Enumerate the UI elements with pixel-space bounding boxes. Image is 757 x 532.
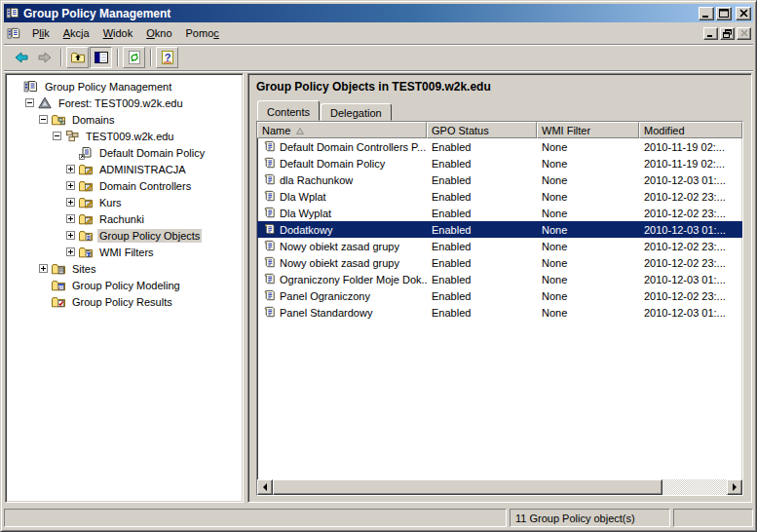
tree-item-rachunki[interactable]: Rachunki [8, 210, 241, 227]
scroll-left-icon [263, 483, 267, 491]
up-one-level-button[interactable] [66, 47, 89, 68]
close-icon [739, 9, 748, 18]
tree-item-group-policy-objects[interactable]: Group Policy Objects [8, 227, 241, 244]
menu-bar: PlikAkcjaWidokOknoPomoc [4, 22, 753, 45]
gpo-icon [262, 239, 277, 253]
scroll-right-button[interactable] [727, 479, 742, 495]
console-tree: Group Policy ManagementForest: TEST009.w… [5, 73, 244, 503]
gpo-row-dla-wplat[interactable]: Dla WplatEnabledNone2010-12-02 23:... [257, 188, 742, 205]
tree-item-label[interactable]: Default Domain Policy [97, 146, 207, 160]
gpo-row-dla-rachunkow[interactable]: dla RachunkowEnabledNone2010-12-03 01:..… [257, 171, 742, 188]
gpo-row-nowy-obiekt-zasad-grupy[interactable]: Nowy obiekt zasad grupyEnabledNone2010-1… [257, 254, 742, 271]
tree-item-label[interactable]: Rachunki [97, 212, 146, 226]
tree-item-label[interactable]: Group Policy Management [43, 80, 173, 94]
tree-item-label[interactable]: ADMINISTRACJA [97, 163, 188, 176]
list-header: NameGPO StatusWMI FilterModified [257, 122, 742, 138]
gpo-row-nowy-obiekt-zasad-grupy[interactable]: Nowy obiekt zasad grupyEnabledNone2010-1… [257, 238, 742, 254]
console-doc-icon [7, 26, 21, 41]
gpo-icon [262, 272, 277, 286]
tree-item-group-policy-management[interactable]: Group Policy Management [8, 78, 241, 95]
ou-gpo-icon [78, 195, 94, 210]
gpo-row-panel-standardowy[interactable]: Panel StandardowyEnabledNone2010-12-03 0… [257, 304, 742, 321]
tree-item-label[interactable]: TEST009.w2k.edu [84, 130, 176, 143]
collapse-icon[interactable] [25, 98, 34, 107]
wmi-filter: None [537, 304, 639, 321]
tree-item-domains[interactable]: Domains [8, 111, 241, 128]
gpo-icon [262, 305, 277, 320]
column-header-modified[interactable]: Modified [639, 122, 742, 138]
forward-arrow-button[interactable] [33, 47, 56, 68]
tree-item-administracja[interactable]: ADMINISTRACJA [8, 161, 241, 177]
tab-delegation[interactable]: Delegation [321, 103, 392, 121]
gpo-icon [262, 222, 277, 237]
menu-item-plik[interactable]: Plik [25, 24, 57, 42]
collapse-icon[interactable] [53, 132, 61, 140]
expand-icon[interactable] [39, 264, 48, 273]
gpo-row-ograniczony-folder-moje-dok[interactable]: Ograniczony Folder Moje Dok...EnabledNon… [257, 271, 742, 287]
gpo-row-panel-ograniczony[interactable]: Panel OgraniczonyEnabledNone2010-12-02 2… [257, 287, 742, 304]
gpo-row-default-domain-controllers-p[interactable]: Default Domain Controllers P...EnabledNo… [257, 138, 742, 155]
tree-item-forest-test009-w2k-edu[interactable]: Forest: TEST009.w2k.edu [8, 95, 241, 111]
gpo-row-default-domain-policy[interactable]: Default Domain PolicyEnabledNone2010-11-… [257, 155, 742, 171]
tree-item-group-policy-results[interactable]: Group Policy Results [8, 293, 241, 310]
gpo-status: Enabled [427, 188, 537, 205]
expand-icon[interactable] [66, 198, 75, 207]
scrollbar-thumb[interactable] [273, 479, 662, 495]
refresh-button[interactable] [123, 47, 145, 68]
gpo-status: Enabled [427, 205, 537, 221]
tree-item-group-policy-modeling[interactable]: Group Policy Modeling [8, 277, 241, 293]
expand-icon[interactable] [66, 214, 75, 223]
scrollbar-track[interactable] [662, 479, 727, 495]
toolbar: ? [4, 45, 753, 71]
menu-item-okno[interactable]: Okno [139, 24, 178, 42]
column-header-gpo-status[interactable]: GPO Status [427, 122, 537, 138]
tree-item-sites[interactable]: Sites [8, 260, 241, 277]
expand-icon[interactable] [66, 247, 75, 256]
child-restore-button[interactable] [720, 27, 735, 40]
sites-icon [51, 261, 66, 277]
tree-item-test009-w2k-edu[interactable]: TEST009.w2k.edu [8, 128, 241, 144]
tree-item-label[interactable]: Group Policy Modeling [70, 279, 182, 292]
tree-item-label[interactable]: WMI Filters [97, 246, 156, 259]
close-button[interactable] [736, 7, 751, 20]
child-minimize-button[interactable] [703, 27, 718, 40]
tree-item-label[interactable]: Sites [70, 262, 97, 276]
child-close-button-disabled[interactable] [737, 27, 751, 40]
minimize-button[interactable] [699, 7, 714, 20]
menu-item-pomoc[interactable]: Pomoc [179, 24, 226, 42]
gpo-status: Enabled [427, 221, 537, 238]
gpo-row-dla-wyplat[interactable]: Dla WyplatEnabledNone2010-12-02 23:... [257, 205, 742, 221]
tree-item-domain-controllers[interactable]: Domain Controllers [8, 177, 241, 194]
toolbar-separator [150, 49, 152, 66]
expand-icon[interactable] [66, 181, 75, 190]
help-button[interactable]: ? [156, 47, 178, 68]
expand-icon[interactable] [66, 165, 75, 173]
tree-item-label[interactable]: Domains [70, 113, 116, 127]
tab-contents[interactable]: Contents [257, 100, 320, 121]
menu-item-akcja[interactable]: Akcja [57, 24, 96, 42]
wmi-filter: None [537, 138, 639, 155]
column-header-name[interactable]: Name [257, 122, 427, 138]
expand-icon[interactable] [66, 231, 75, 240]
scroll-left-button[interactable] [257, 479, 273, 495]
tree-item-kurs[interactable]: Kurs [8, 194, 241, 210]
modified-date: 2010-12-03 01:... [639, 171, 742, 188]
tree-item-label[interactable]: Forest: TEST009.w2k.edu [57, 96, 185, 110]
gpo-status: Enabled [427, 304, 537, 321]
maximize-button[interactable] [716, 7, 732, 20]
menu-item-widok[interactable]: Widok [96, 24, 140, 42]
tree-item-label[interactable]: Group Policy Objects [97, 229, 202, 243]
gpo-row-dodatkowy[interactable]: DodatkowyEnabledNone2010-12-03 01:... [257, 221, 742, 238]
tree-item-label[interactable]: Domain Controllers [97, 179, 193, 193]
console-tree-button[interactable] [90, 47, 112, 68]
collapse-icon[interactable] [39, 115, 48, 124]
tree-item-default-domain-policy[interactable]: Default Domain Policy [8, 144, 241, 161]
back-arrow-button[interactable] [10, 47, 32, 68]
tree-item-wmi-filters[interactable]: WMI Filters [8, 244, 241, 260]
tree-item-label[interactable]: Group Policy Results [70, 295, 174, 309]
scroll-right-icon [733, 483, 737, 491]
tree-item-label[interactable]: Kurs [97, 196, 124, 209]
gpo-name: dla Rachunkow [280, 174, 353, 186]
gpo-status: Enabled [427, 171, 537, 188]
column-header-wmi-filter[interactable]: WMI Filter [537, 122, 639, 138]
